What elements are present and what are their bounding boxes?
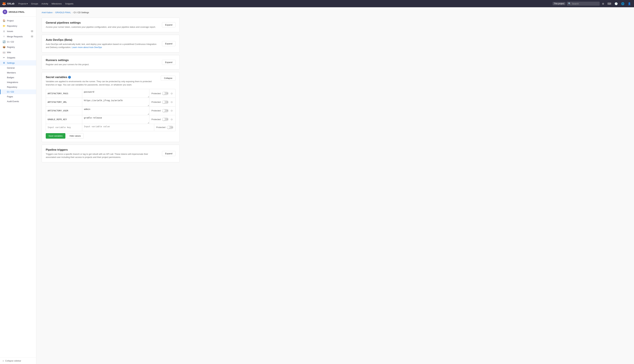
sidebar-subitem-repository[interactable]: Repository <box>0 85 36 90</box>
this-project-badge: This project <box>553 2 565 5</box>
gitlab-fox-icon: 🦊 <box>2 2 6 6</box>
search-box[interactable]: 🔍 <box>567 2 600 6</box>
keyboard-shortcuts-button[interactable]: ⌨ <box>606 2 612 6</box>
new-var-toggle[interactable]: ✕ <box>167 126 173 129</box>
sidebar-subitem-general[interactable]: General <box>0 66 36 70</box>
collapse-label: Collapse sidebar <box>5 360 21 362</box>
snippets-link[interactable]: Snippets <box>64 2 75 6</box>
new-var-val-textarea[interactable] <box>84 125 152 130</box>
sidebar-item-repository[interactable]: 📁 Repository <box>0 23 36 28</box>
globe-icon-button[interactable]: 🌐 <box>620 2 625 6</box>
sidebar-item-settings[interactable]: ⚙ Settings <box>0 60 36 66</box>
sidebar-item-merge-requests[interactable]: ⑂ Merge Requests 0 <box>0 34 36 39</box>
sidebar-subitem-pages[interactable]: Pages <box>0 94 36 99</box>
var-delete-btn-3[interactable]: ⊖ <box>170 109 173 112</box>
breadcrumb-gradle-final[interactable]: GRADLE-FINAL <box>55 11 71 14</box>
runners-header: Runners settings Register and see your r… <box>42 55 180 70</box>
runners-desc: Register and see your runners for this p… <box>46 63 89 66</box>
resize-handle-4 <box>148 122 149 124</box>
var-toggle-3[interactable]: ✕ <box>162 109 169 112</box>
general-pipelines-expand-btn[interactable]: Expand <box>162 22 176 28</box>
sidebar-item-wiki[interactable]: 📖 Wiki <box>0 50 36 55</box>
sidebar-subitem-badges[interactable]: Badges <box>0 75 36 80</box>
var-val-textarea-1[interactable]: password <box>84 90 148 96</box>
variable-actions: Save variables Hide values <box>46 133 176 138</box>
clock-icon-button[interactable]: 🕐 <box>613 2 619 6</box>
var-delete-btn-2[interactable]: ⊖ <box>170 100 173 104</box>
sidebar-item-issues[interactable]: ⚠ Issues 0 <box>0 28 36 34</box>
runners-section: Runners settings Register and see your r… <box>42 55 180 70</box>
projects-menu[interactable]: Projects ▾ <box>17 2 29 6</box>
settings-subnav: General Members Badges Integrations Repo… <box>0 66 36 104</box>
gitlab-logo[interactable]: 🦊 GitLab <box>2 2 14 6</box>
sidebar-project-header: G GRADLE-FINAL <box>0 7 36 17</box>
settings-icon: ⚙ <box>3 62 5 64</box>
sidebar-subitem-ci-cd[interactable]: CI / CD <box>0 90 36 94</box>
sidebar-item-project[interactable]: 🏠 Project <box>0 18 36 23</box>
collapse-icon: « <box>3 360 4 362</box>
var-key-input-1[interactable] <box>48 92 80 95</box>
var-val-col-1: password <box>82 89 149 98</box>
breadcrumb-sep-2: › <box>72 11 73 14</box>
add-button[interactable]: ⊕ <box>601 2 605 6</box>
pipeline-triggers-section: Pipeline triggers Triggers can force a s… <box>42 145 180 162</box>
var-protected-col-2: Protected ✕ ⊖ <box>149 98 175 106</box>
variables-list: password Protected ✕ ⊖ <box>46 89 176 131</box>
save-variables-btn[interactable]: Save variables <box>46 133 65 138</box>
breadcrumb-sep-1: › <box>54 11 54 14</box>
var-toggle-1[interactable]: ✕ <box>162 92 169 95</box>
toggle-knob-4 <box>162 118 165 120</box>
toggle-knob-3 <box>162 110 165 112</box>
var-key-input-3[interactable] <box>48 109 80 112</box>
issues-icon: ⚠ <box>3 30 5 32</box>
var-delete-btn-1[interactable]: ⊖ <box>170 92 173 95</box>
sidebar-item-ci-cd[interactable]: 🔄 CI / CD <box>0 39 36 44</box>
activity-link[interactable]: Activity <box>40 2 50 6</box>
sidebar-item-label: Wiki <box>7 51 11 54</box>
runners-content: Runners settings Register and see your r… <box>46 58 89 66</box>
groups-link[interactable]: Groups <box>30 2 40 6</box>
pipeline-triggers-desc: Triggers can force a specific branch or … <box>46 152 159 159</box>
collapse-sidebar-button[interactable]: « Collapse sidebar <box>0 358 36 364</box>
runners-expand-btn[interactable]: Expand <box>162 60 176 65</box>
general-pipelines-header: General pipelines settings Access your r… <box>42 18 180 32</box>
var-protected-col-4: Protected ✕ ⊖ <box>149 115 175 124</box>
var-key-input-2[interactable] <box>48 100 80 104</box>
general-pipelines-section: General pipelines settings Access your r… <box>42 18 180 32</box>
resize-handle-1 <box>148 96 149 97</box>
project-icon: 🏠 <box>3 19 5 22</box>
milestones-link[interactable]: Milestones <box>50 2 63 6</box>
var-val-textarea-3[interactable]: admin <box>84 108 148 114</box>
secret-variables-title: Secret variables ? <box>46 76 158 79</box>
sidebar-subitem-integrations[interactable]: Integrations <box>0 80 36 85</box>
var-val-col-2: https://arielk.jfrog.io/arielk <box>82 98 149 106</box>
secret-variables-help-icon[interactable]: ? <box>68 76 71 78</box>
sidebar: G GRADLE-FINAL 🏠 Project 📁 Repository ⚠ … <box>0 7 36 364</box>
sidebar-subitem-audit-events[interactable]: Audit Events <box>0 99 36 104</box>
pipeline-triggers-expand-btn[interactable]: Expand <box>162 151 176 156</box>
new-var-key-input[interactable] <box>48 126 80 129</box>
auto-devops-learn-more-link[interactable]: Learn more about Auto DevOps <box>72 46 102 48</box>
var-key-col-3 <box>46 106 82 115</box>
var-val-textarea-2[interactable]: https://arielk.jfrog.io/arielk <box>84 99 148 105</box>
var-key-input-4[interactable] <box>48 118 80 121</box>
sidebar-item-snippets[interactable]: ✂ Snippets <box>0 55 36 60</box>
secret-variables-collapse-btn[interactable]: Collapse <box>161 76 176 81</box>
auto-devops-expand-btn[interactable]: Expand <box>162 41 176 46</box>
hide-values-btn[interactable]: Hide values <box>67 133 84 138</box>
var-val-col-4: gradle-release <box>82 115 149 124</box>
var-toggle-2[interactable]: ✕ <box>162 100 169 104</box>
sidebar-item-registry[interactable]: 📦 Registry <box>0 44 36 50</box>
var-val-textarea-4[interactable]: gradle-release <box>84 116 148 122</box>
variable-row-3: admin Protected ✕ ⊖ <box>46 106 176 115</box>
secret-variables-desc: Variables are applied to environments vi… <box>46 80 158 86</box>
var-delete-btn-4[interactable]: ⊖ <box>170 118 173 121</box>
variable-row-1: password Protected ✕ ⊖ <box>46 89 176 98</box>
search-input[interactable] <box>572 2 598 5</box>
sidebar-subitem-members[interactable]: Members <box>0 70 36 75</box>
user-avatar-button[interactable]: 👤 <box>627 2 632 6</box>
breadcrumb-ariel-kabov[interactable]: Ariel Kabov <box>42 11 53 14</box>
secret-variables-header: Secret variables ? Variables are applied… <box>42 72 180 86</box>
var-toggle-4[interactable]: ✕ <box>162 118 169 121</box>
sidebar-item-label: Repository <box>7 25 17 27</box>
